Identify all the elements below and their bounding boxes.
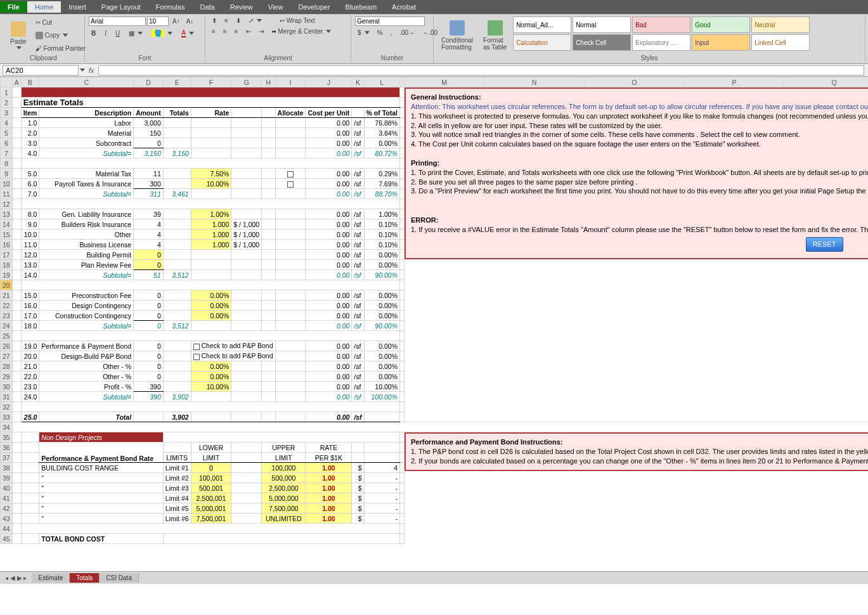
cell-styles-gallery[interactable]: Normal_Ad...NormalBadGoodNeutral Calcula… — [513, 16, 810, 54]
row-header[interactable]: 24 — [1, 321, 13, 331]
tab-nav-icons[interactable]: ◂ ◀ ▶ ▸ — [0, 574, 32, 581]
col-header[interactable]: H — [262, 77, 275, 87]
row-header[interactable]: 12 — [1, 199, 13, 209]
comma-button[interactable]: , — [387, 29, 394, 37]
grow-font-button[interactable]: A↑ — [170, 17, 183, 25]
format-painter-button[interactable]: 🖌Format Painter — [33, 44, 88, 53]
row-header[interactable]: 41 — [1, 493, 13, 503]
font-color-button[interactable]: A — [179, 29, 197, 38]
row-header[interactable]: 7 — [1, 148, 13, 159]
row-header[interactable]: 31 — [1, 392, 13, 402]
name-box[interactable] — [3, 65, 79, 75]
italic-button[interactable]: I — [102, 29, 109, 38]
align-top-button[interactable]: ⬆ — [209, 16, 219, 25]
select-all[interactable] — [1, 77, 13, 87]
col-header[interactable]: B — [21, 77, 39, 87]
row-header[interactable]: 6 — [1, 138, 13, 148]
col-header[interactable]: N — [484, 77, 585, 87]
row-header[interactable]: 15 — [1, 230, 13, 240]
row-header[interactable]: 1 — [1, 87, 13, 98]
row-header[interactable]: 32 — [1, 402, 13, 412]
col-header[interactable]: L — [364, 77, 399, 87]
indent-inc-button[interactable]: ⇥ — [256, 27, 266, 36]
tab-bluebeam[interactable]: Bluebeam — [338, 1, 385, 13]
row-header[interactable]: 42 — [1, 503, 13, 514]
font-name-select[interactable] — [89, 16, 146, 26]
inc-decimal-button[interactable]: .00→ — [397, 29, 417, 37]
sheet-tab-csi-data[interactable]: CSI Data — [100, 573, 139, 583]
currency-button[interactable]: $ — [355, 29, 372, 37]
reset-button[interactable]: RESET — [806, 237, 843, 252]
conditional-formatting-button[interactable]: Conditional Formatting — [437, 16, 477, 54]
cut-button[interactable]: ✂Cut — [33, 18, 88, 27]
row-header[interactable]: 38 — [1, 463, 13, 473]
tab-file[interactable]: File — [0, 1, 27, 13]
col-header[interactable]: Q — [784, 77, 868, 87]
col-header[interactable]: P — [684, 77, 784, 87]
align-right-button[interactable]: ≡ — [232, 27, 241, 36]
sheet-tab-totals[interactable]: Totals — [70, 573, 100, 583]
row-header[interactable]: 36 — [1, 443, 13, 453]
tab-review[interactable]: Review — [223, 1, 261, 13]
row-header[interactable]: 27 — [1, 351, 13, 361]
row-header[interactable]: 40 — [1, 483, 13, 493]
row-header[interactable]: 2 — [1, 98, 13, 108]
shrink-font-button[interactable]: A↓ — [184, 17, 197, 25]
tab-home[interactable]: Home — [27, 1, 61, 13]
formula-bar[interactable] — [98, 65, 864, 75]
worksheet-grid[interactable]: ABCDEFGHIJKLMNOPQRSTU1 General Instructi… — [0, 77, 868, 571]
style-cell[interactable]: Neutral — [751, 16, 810, 33]
sheet-tab-estimate[interactable]: Estimate — [32, 573, 70, 583]
row-header[interactable]: 29 — [1, 372, 13, 382]
style-cell[interactable]: Linked Cell — [751, 34, 810, 51]
row-header[interactable]: 45 — [1, 534, 13, 544]
paste-button[interactable]: Paste — [6, 16, 30, 54]
row-header[interactable]: 23 — [1, 311, 13, 321]
copy-button[interactable]: Copy — [33, 31, 88, 40]
wrap-text-button[interactable]: ↩Wrap Text — [277, 16, 318, 25]
style-cell[interactable]: Input — [692, 34, 750, 51]
fill-color-button[interactable]: 🪣 — [149, 29, 175, 38]
row-header[interactable]: 4 — [1, 118, 13, 128]
col-header[interactable]: D — [134, 77, 164, 87]
font-size-select[interactable] — [147, 16, 169, 26]
checkbox[interactable] — [287, 181, 294, 188]
row-header[interactable]: 19 — [1, 270, 13, 280]
row-header[interactable]: 20 — [1, 280, 13, 290]
tab-page-layout[interactable]: Page Layout — [94, 1, 148, 13]
row-header[interactable]: 3 — [1, 108, 13, 118]
row-header[interactable]: 28 — [1, 361, 13, 372]
row-header[interactable]: 22 — [1, 301, 13, 311]
row-header[interactable]: 35 — [1, 432, 13, 443]
row-header[interactable]: 8 — [1, 159, 13, 169]
orientation-button[interactable]: ⤢ — [246, 16, 264, 25]
align-center-button[interactable]: ≡ — [221, 27, 230, 36]
row-header[interactable]: 39 — [1, 473, 13, 483]
row-header[interactable]: 37 — [1, 453, 13, 463]
merge-center-button[interactable]: ⬌Merge & Center — [269, 27, 334, 36]
row-header[interactable]: 34 — [1, 422, 13, 432]
borders-button[interactable]: ▦ — [126, 29, 145, 38]
style-cell[interactable]: Normal — [573, 16, 631, 33]
indent-dec-button[interactable]: ⇤ — [243, 27, 254, 36]
row-header[interactable]: 13 — [1, 209, 13, 219]
row-header[interactable]: 43 — [1, 514, 13, 524]
col-header[interactable]: A — [12, 77, 21, 87]
row-header[interactable]: 11 — [1, 189, 13, 199]
tab-insert[interactable]: Insert — [61, 1, 94, 13]
col-header[interactable]: I — [275, 77, 306, 87]
fx-icon[interactable]: fx — [85, 67, 98, 74]
row-header[interactable]: 10 — [1, 179, 13, 189]
col-header[interactable]: O — [584, 77, 684, 87]
row-header[interactable]: 33 — [1, 412, 13, 422]
project-title[interactable] — [21, 87, 399, 98]
align-left-button[interactable]: ≡ — [209, 27, 218, 36]
row-header[interactable]: 9 — [1, 169, 13, 179]
row-header[interactable]: 26 — [1, 341, 13, 351]
style-cell[interactable]: Explanatory ... — [632, 34, 690, 51]
row-header[interactable]: 18 — [1, 260, 13, 270]
row-header[interactable]: 25 — [1, 331, 13, 341]
align-bottom-button[interactable]: ⬇ — [233, 16, 243, 25]
checkbox[interactable] — [193, 344, 200, 350]
row-header[interactable]: 30 — [1, 382, 13, 392]
